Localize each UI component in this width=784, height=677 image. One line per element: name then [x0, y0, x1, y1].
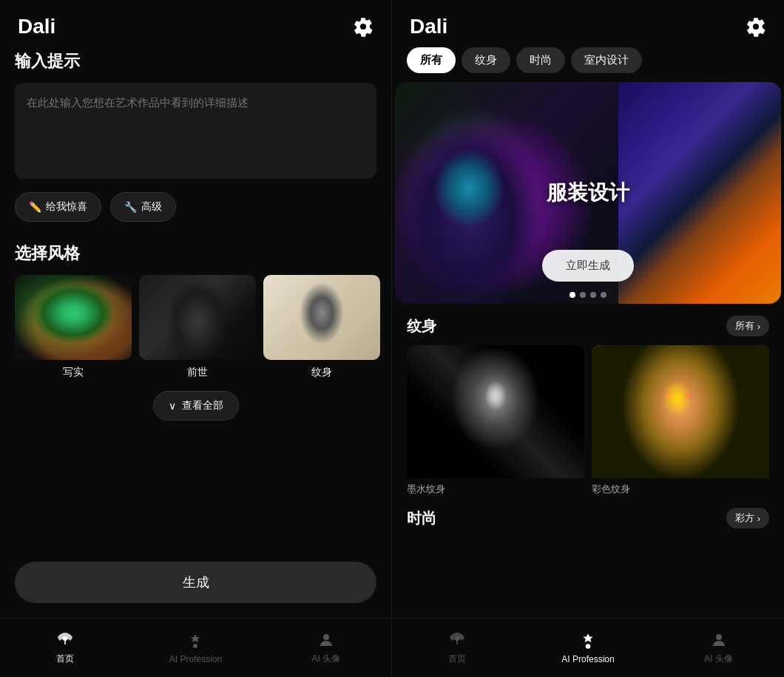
- tattoo-gallery: 墨水纹身 彩色纹身: [392, 345, 784, 508]
- surprise-icon: ✏️: [29, 201, 41, 213]
- style-section-title: 选择风格: [15, 242, 376, 265]
- svg-point-1: [193, 644, 197, 648]
- style-item-realistic[interactable]: 写实: [15, 275, 132, 379]
- left-nav-home[interactable]: 首页: [0, 619, 130, 677]
- left-nav-ai-portrait[interactable]: AI 头像: [261, 619, 391, 677]
- right-nav-ai-profession-label: AI Profession: [561, 654, 614, 664]
- right-content: 服装设计 立即生成 纹身 所有 › 墨水纹身 彩色纹: [392, 82, 784, 618]
- ink-tattoo-image: [407, 345, 584, 478]
- left-header: Dali: [0, 0, 391, 50]
- fashion-chevron-right-icon: ›: [757, 513, 760, 524]
- hero-dot-1: [570, 292, 575, 298]
- style-label-past: 前世: [187, 366, 208, 379]
- style-item-tattoo[interactable]: 纹身: [263, 275, 380, 379]
- svg-point-0: [63, 636, 67, 641]
- left-content: 输入提示 ✏️ 给我惊喜 🔧 高级 选择风格 写实: [0, 50, 391, 550]
- prompt-section: 输入提示 ✏️ 给我惊喜 🔧 高级: [15, 50, 376, 222]
- style-image-realistic: [15, 275, 132, 360]
- svg-point-4: [586, 644, 591, 649]
- fashion-section-title: 时尚: [407, 508, 436, 528]
- left-nav-ai-profession-label: AI Profession: [169, 654, 222, 664]
- left-app-title: Dali: [18, 15, 55, 38]
- style-section: 选择风格 写实 前世 纹身 ∨ 查看全: [15, 242, 376, 421]
- wrench-icon: 🔧: [124, 201, 137, 213]
- left-nav-ai-profession[interactable]: AI Profession: [130, 619, 260, 677]
- filter-tab-tattoo[interactable]: 纹身: [462, 47, 510, 73]
- style-label-tattoo: 纹身: [311, 366, 332, 379]
- chevron-down-icon: ∨: [169, 400, 176, 412]
- prompt-actions: ✏️ 给我惊喜 🔧 高级: [15, 192, 376, 222]
- view-all-button[interactable]: ∨ 查看全部: [153, 391, 239, 421]
- hero-dot-4: [601, 292, 606, 298]
- right-home-icon: [447, 630, 467, 650]
- hero-title: 服装设计: [547, 179, 629, 207]
- hero-banner: 服装设计 立即生成: [395, 82, 781, 304]
- right-nav-ai-portrait[interactable]: AI 头像: [653, 619, 784, 677]
- left-nav-home-label: 首页: [56, 653, 74, 665]
- svg-point-3: [455, 636, 459, 641]
- advanced-button[interactable]: 🔧 高级: [110, 192, 176, 222]
- filter-tabs: 所有 纹身 时尚 室内设计: [392, 47, 784, 82]
- gallery-item-ink-tattoo[interactable]: 墨水纹身: [407, 345, 584, 496]
- fashion-section-header: 时尚 彩方 ›: [392, 508, 784, 534]
- tattoo-section-title: 纹身: [407, 316, 436, 336]
- gallery-item-color-tattoo[interactable]: 彩色纹身: [592, 345, 769, 496]
- ai-profession-icon: [186, 632, 205, 651]
- color-tattoo-label: 彩色纹身: [592, 478, 769, 496]
- ai-portrait-icon: [317, 630, 336, 650]
- style-item-past[interactable]: 前世: [139, 275, 256, 379]
- filter-tab-interior[interactable]: 室内设计: [571, 47, 642, 73]
- generate-section: 生成: [0, 550, 391, 618]
- prompt-input[interactable]: [15, 83, 376, 179]
- right-app-title: Dali: [410, 15, 447, 38]
- prompt-section-title: 输入提示: [15, 50, 376, 72]
- color-tattoo-image: [592, 345, 769, 478]
- right-nav-home-label: 首页: [448, 653, 466, 665]
- right-ai-profession-icon: [578, 632, 598, 651]
- right-bottom-nav: 首页 AI Profession AI 头像: [392, 618, 784, 677]
- right-settings-icon[interactable]: [746, 16, 766, 37]
- right-header: Dali: [392, 0, 784, 47]
- hero-monkey-image: [395, 112, 543, 304]
- surprise-button[interactable]: ✏️ 给我惊喜: [15, 192, 101, 222]
- fashion-section-more[interactable]: 彩方 ›: [726, 508, 769, 528]
- filter-tab-all[interactable]: 所有: [407, 47, 456, 73]
- style-image-tattoo: [263, 275, 380, 360]
- svg-point-5: [716, 634, 722, 640]
- hero-generate-button[interactable]: 立即生成: [542, 250, 634, 282]
- hero-clothes-image: [618, 82, 781, 304]
- tattoo-section-more[interactable]: 所有 ›: [726, 316, 769, 336]
- hero-dots: [570, 292, 606, 298]
- right-panel: Dali 所有 纹身 时尚 室内设计 服装设计 立即生成 纹身: [392, 0, 784, 677]
- right-nav-home[interactable]: 首页: [392, 619, 523, 677]
- right-nav-ai-portrait-label: AI 头像: [704, 653, 733, 665]
- hero-dot-2: [580, 292, 586, 298]
- left-settings-icon[interactable]: [353, 16, 374, 37]
- home-icon: [55, 630, 75, 650]
- ink-tattoo-label: 墨水纹身: [407, 478, 584, 496]
- left-panel: Dali 输入提示 ✏️ 给我惊喜 🔧 高级 选择风格: [0, 0, 392, 677]
- left-nav-ai-portrait-label: AI 头像: [311, 653, 340, 665]
- style-label-realistic: 写实: [63, 366, 84, 379]
- style-grid: 写实 前世 纹身: [15, 275, 376, 379]
- svg-point-2: [323, 634, 329, 640]
- right-nav-ai-profession[interactable]: AI Profession: [523, 619, 654, 677]
- filter-tab-fashion[interactable]: 时尚: [516, 47, 565, 73]
- left-bottom-nav: 首页 AI Profession AI 头像: [0, 618, 391, 677]
- generate-button[interactable]: 生成: [15, 562, 376, 603]
- chevron-right-icon: ›: [757, 321, 760, 332]
- style-image-past: [139, 275, 256, 360]
- hero-dot-3: [590, 292, 596, 298]
- tattoo-section-header: 纹身 所有 ›: [392, 316, 784, 345]
- right-ai-portrait-icon: [709, 630, 729, 650]
